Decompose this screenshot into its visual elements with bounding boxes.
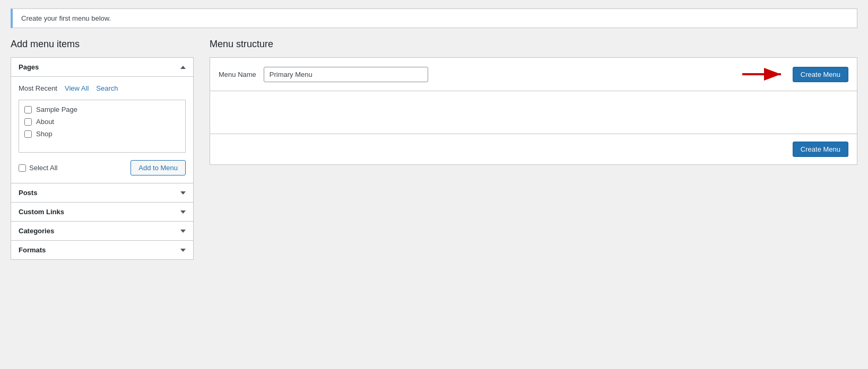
menu-empty-area [210, 91, 857, 134]
pages-header-label: Pages [19, 63, 39, 71]
notice-bar: Create your first menu below. [11, 8, 857, 28]
tab-view-all[interactable]: View All [65, 84, 89, 92]
menu-name-input[interactable] [264, 67, 428, 82]
notice-text: Create your first menu below. [21, 14, 111, 22]
red-arrow-annotation [740, 65, 787, 83]
chevron-down-categories-icon [180, 230, 186, 233]
pages-tabs: Most Recent View All Search [19, 84, 186, 92]
checkbox-sample-page[interactable] [24, 106, 32, 113]
select-all-label[interactable]: Select All [29, 164, 57, 172]
custom-links-header[interactable]: Custom Links [11, 203, 193, 221]
custom-links-section: Custom Links [11, 203, 194, 222]
pages-bottom-row: Select All Add to Menu [19, 160, 186, 175]
chevron-up-icon [180, 66, 186, 69]
chevron-down-posts-icon [180, 191, 186, 195]
posts-header[interactable]: Posts [11, 183, 193, 202]
label-shop[interactable]: Shop [36, 130, 52, 138]
pages-accordion-body: Most Recent View All Search Sample Page … [11, 77, 193, 183]
label-sample-page[interactable]: Sample Page [36, 106, 77, 113]
add-to-menu-button[interactable]: Add to Menu [131, 160, 186, 175]
menu-bottom-row: Create Menu [210, 134, 857, 164]
create-menu-bottom-button[interactable]: Create Menu [793, 142, 848, 157]
collapsed-sections: Posts Custom Links Categories [11, 183, 194, 260]
pages-accordion-header[interactable]: Pages [11, 58, 193, 77]
page-item-about: About [24, 118, 180, 126]
menu-name-label: Menu Name [219, 71, 256, 78]
categories-header[interactable]: Categories [11, 222, 193, 240]
page-item-sample-page: Sample Page [24, 106, 180, 113]
pages-accordion: Pages Most Recent View All Search Sample… [11, 57, 194, 183]
chevron-down-custom-links-icon [180, 210, 186, 214]
categories-label: Categories [19, 227, 54, 235]
right-panel: Menu structure Menu Name [210, 39, 857, 165]
posts-section: Posts [11, 183, 194, 203]
formats-section: Formats [11, 241, 194, 260]
menu-structure-title: Menu structure [210, 39, 857, 50]
tab-search[interactable]: Search [96, 84, 118, 92]
label-about[interactable]: About [36, 118, 54, 126]
checkbox-select-all[interactable] [19, 164, 26, 172]
menu-structure-box: Menu Name Create [210, 57, 857, 165]
formats-label: Formats [19, 246, 46, 254]
menu-name-row: Menu Name Create [210, 58, 857, 91]
create-menu-top-button[interactable]: Create Menu [793, 67, 848, 82]
menu-name-left: Menu Name [219, 67, 428, 82]
add-menu-items-title: Add menu items [11, 39, 194, 50]
custom-links-label: Custom Links [19, 208, 64, 216]
pages-list: Sample Page About Shop [19, 100, 186, 153]
chevron-down-formats-icon [180, 249, 186, 252]
checkbox-shop[interactable] [24, 130, 32, 138]
select-all-row: Select All [19, 164, 57, 172]
categories-section: Categories [11, 222, 194, 241]
posts-label: Posts [19, 189, 37, 197]
formats-header[interactable]: Formats [11, 241, 193, 259]
left-panel: Add menu items Pages Most Recent View Al… [11, 39, 194, 260]
tab-most-recent[interactable]: Most Recent [19, 84, 57, 92]
checkbox-about[interactable] [24, 118, 32, 126]
page-item-shop: Shop [24, 130, 180, 138]
create-menu-top-area: Create Menu [740, 65, 848, 83]
